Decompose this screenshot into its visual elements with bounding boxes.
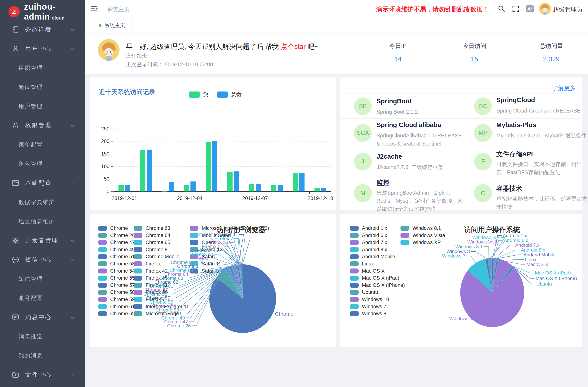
legend-label[interactable]: 总数 (231, 92, 242, 98)
legend-label-Chrome 59[interactable]: Chrome 59 (110, 297, 135, 302)
legend-label-Ubuntu[interactable]: Ubuntu (362, 289, 378, 295)
sidebar-item-菜单配置[interactable]: 菜单配置 (0, 135, 85, 154)
legend-swatch-Windows XP[interactable] (400, 240, 409, 245)
legend-label-Chrome 47[interactable]: Chrome 47 (110, 240, 135, 245)
legend-swatch-Windows Vista[interactable] (400, 233, 409, 238)
legend-swatch-Windows 7[interactable] (350, 304, 358, 309)
bar-2019-12-04-您[interactable] (184, 185, 189, 191)
legend-label-Windows XP[interactable]: Windows XP (413, 240, 441, 245)
legend-label-Mac OS X (iPhone)[interactable]: Mac OS X (iPhone) (362, 283, 405, 288)
legend-label-Chrome Mobile[interactable]: Chrome Mobile (146, 254, 179, 259)
legend-label-Chrome 8[interactable]: Chrome 8 (146, 247, 168, 252)
legend-label-Chrome 62[interactable]: Chrome 62 (110, 311, 135, 316)
legend-swatch-Mac OS X[interactable] (350, 268, 358, 274)
legend-swatch[interactable] (189, 91, 200, 98)
bar-2019-12-02-总数[interactable] (147, 150, 152, 191)
legend-label-Android 8.x[interactable]: Android 8.x (362, 247, 387, 252)
legend-swatch-Chrome Mobile[interactable] (134, 254, 142, 259)
legend-label-Windows 10[interactable]: Windows 10 (362, 297, 389, 302)
legend-label-Windows 8[interactable]: Windows 8 (362, 311, 386, 316)
legend-label-Windows 8.1[interactable]: Windows 8.1 (413, 225, 441, 231)
tab-home[interactable]: 系统主页 (92, 18, 133, 33)
legend-swatch-Chrome 47[interactable] (98, 240, 107, 245)
legend-swatch-Chrome 26[interactable] (98, 233, 107, 238)
user-avatar[interactable] (539, 2, 551, 15)
legend-label-Chrome[interactable]: Chrome (110, 225, 128, 231)
sidebar-item-数据字典维护[interactable]: 数据字典维护 (0, 193, 85, 212)
legend-swatch-Android 6.x[interactable] (350, 233, 358, 238)
legend-label-Chrome 63[interactable]: Chrome 63 (146, 225, 170, 231)
os-pie-chart[interactable]: Android 1.xAndroid 6.xAndroid 7.xAndroid… (340, 214, 583, 347)
bar-2019-12-06-您[interactable] (227, 172, 232, 191)
search-icon[interactable] (498, 5, 506, 13)
legend-swatch-Internet Explorer 11[interactable] (134, 304, 142, 309)
legend-label-Chrome 54[interactable]: Chrome 54 (110, 268, 135, 274)
legend-swatch-Chrome 59[interactable] (98, 297, 107, 302)
legend-label-Chrome 58[interactable]: Chrome 58 (110, 289, 135, 295)
legend-swatch-Android 8.x[interactable] (350, 247, 358, 252)
sidebar-item-消息中心[interactable]: 消息中心 (0, 308, 85, 327)
legend-swatch-Android 1.x[interactable] (350, 226, 358, 231)
sidebar-item-组织管理[interactable]: 组织管理 (0, 58, 85, 78)
legend-swatch-Chrome 57[interactable] (98, 283, 107, 288)
bar-2019-12-07-您[interactable] (249, 184, 254, 191)
legend-swatch-Chrome 63[interactable] (134, 226, 142, 231)
sidebar-item-短信管理[interactable]: 短信管理 (0, 269, 85, 288)
sidebar-item-账号配置[interactable]: 账号配置 (0, 288, 85, 308)
sidebar-item-文件中心[interactable]: 文件中心 (0, 365, 85, 385)
legend-swatch-Chrome 62[interactable] (98, 311, 107, 316)
browser-pie-chart[interactable]: ChromeChrome 26Chrome 47Chrome 49Chrome … (90, 214, 336, 347)
legend-swatch-Mac OS X (iPhone)[interactable] (350, 283, 358, 288)
visits-bar-chart[interactable]: 近十天系统访问记录您总数0501001502002502019-12-01201… (90, 78, 336, 210)
legend-swatch-Windows 8[interactable] (350, 311, 358, 316)
learn-more-link[interactable]: 了解更多 (552, 84, 576, 92)
legend-swatch-Firefox 45[interactable] (134, 276, 142, 281)
legend-label-Mac OS X (iPad)[interactable]: Mac OS X (iPad) (362, 275, 399, 281)
sidebar-item-务必详看[interactable]: 务必详看 (0, 20, 85, 39)
legend-swatch-Firefox 56[interactable] (134, 290, 142, 295)
legend-label-Chrome 55[interactable]: Chrome 55 (110, 275, 135, 281)
bar-2019-12-04-总数[interactable] (190, 182, 196, 191)
legend-label-Android 7.x[interactable]: Android 7.x (362, 240, 387, 245)
legend-label-Chrome 51[interactable]: Chrome 51 (110, 254, 135, 259)
legend-swatch-Ubuntu[interactable] (350, 290, 358, 295)
sidebar-item-用户中心[interactable]: 用户中心 (0, 39, 85, 58)
bar-2019-12-01-您[interactable] (119, 185, 124, 191)
legend-label-Chrome 26[interactable]: Chrome 26 (110, 233, 135, 238)
legend-swatch-Firefox 42[interactable] (134, 268, 142, 274)
bar-2019-12-08-您[interactable] (271, 185, 276, 191)
legend-swatch-Opera[interactable] (190, 240, 198, 245)
legend-label-Chrome 65[interactable]: Chrome 65 (146, 240, 170, 245)
legend-swatch-Chrome 65[interactable] (134, 240, 142, 245)
bar-2019-12-10-总数[interactable] (321, 188, 326, 191)
legend-swatch-Windows 10[interactable] (350, 297, 358, 302)
bar-2019-12-09-总数[interactable] (299, 173, 305, 191)
legend-label-Chrome 61[interactable]: Chrome 61 (110, 304, 135, 309)
legend-swatch-Linux[interactable] (350, 261, 358, 266)
legend-label-Chrome 53[interactable]: Chrome 53 (110, 261, 135, 266)
legend-swatch-Microsoft Internet Explorer(16)[interactable] (190, 226, 198, 231)
legend-swatch-Chrome 61[interactable] (98, 304, 107, 309)
legend-label-Android 1.x[interactable]: Android 1.x (362, 225, 387, 231)
legend-label-Chrome 57[interactable]: Chrome 57 (110, 283, 135, 288)
sidebar-item-用户管理[interactable]: 用户管理 (0, 97, 85, 116)
app-logo[interactable]: Z zuihou-admincloud (0, 0, 85, 19)
legend-label-Safari 9[interactable]: Safari 9 (202, 268, 219, 274)
bar-2019-12-01-总数[interactable] (125, 185, 130, 191)
bar-2019-12-03-您[interactable] (162, 191, 167, 192)
translate-icon[interactable]: A 文 (526, 5, 534, 13)
legend-swatch-Chrome 8[interactable] (134, 247, 142, 252)
legend-label-Chrome 49[interactable]: Chrome 49 (110, 247, 135, 252)
legend-label-Windows Vista[interactable]: Windows Vista (413, 233, 445, 238)
bar-2019-12-06-总数[interactable] (234, 171, 239, 191)
sidebar-item-角色管理[interactable]: 角色管理 (0, 154, 85, 173)
sidebar-item-权限管理[interactable]: 权限管理 (0, 116, 85, 135)
bar-2019-12-10-您[interactable] (315, 188, 320, 191)
legend-swatch-Firefox 7[interactable] (134, 297, 142, 302)
sidebar-item-短信中心[interactable]: 短信中心 (0, 250, 85, 269)
sidebar-item-地区信息维护[interactable]: 地区信息维护 (0, 212, 85, 231)
star-link[interactable]: 点个star (281, 43, 306, 50)
legend-swatch-Chrome 49[interactable] (98, 247, 107, 252)
legend-swatch-Chrome 54[interactable] (98, 268, 107, 274)
legend-swatch-Chrome 58[interactable] (98, 290, 107, 295)
